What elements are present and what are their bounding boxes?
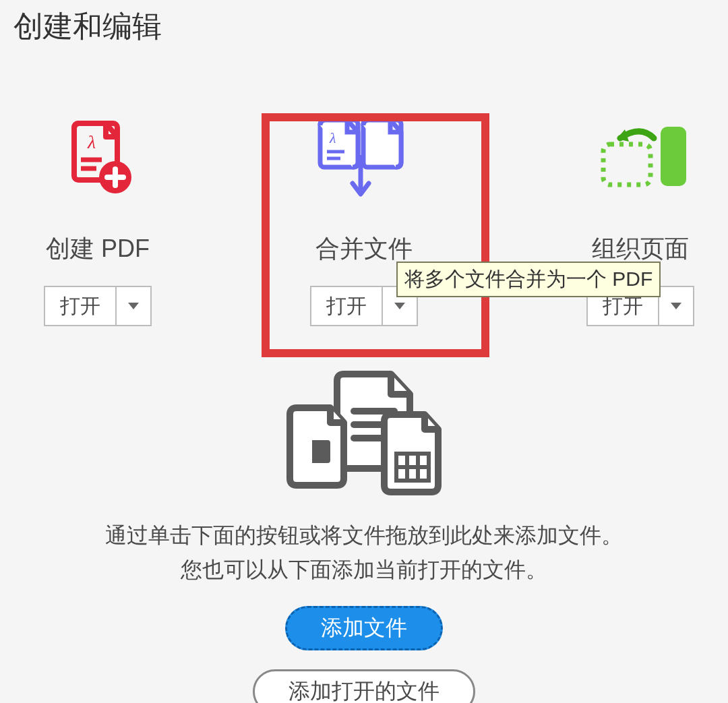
open-button-label: 打开 [45, 287, 117, 325]
combine-files-icon: λ [276, 118, 452, 199]
svg-rect-14 [603, 144, 650, 185]
combine-tooltip: 将多个文件合并为一个 PDF [396, 262, 661, 297]
chevron-down-icon [394, 303, 405, 309]
organize-pages-icon [553, 118, 728, 199]
open-button-dropdown[interactable] [659, 287, 693, 325]
tool-combine-label: 合并文件 [276, 233, 452, 266]
tool-row: λ 创建 PDF 打开 λ [0, 118, 728, 347]
svg-rect-13 [661, 127, 686, 186]
open-button-label: 打开 [311, 287, 383, 325]
tool-create-pdf[interactable]: λ 创建 PDF 打开 [10, 118, 185, 326]
open-button-dropdown[interactable] [117, 287, 150, 325]
svg-text:λ: λ [329, 129, 336, 146]
svg-text:λ: λ [87, 131, 96, 152]
section-title: 创建和编辑 [13, 7, 162, 47]
combine-dropzone[interactable]: 通过单击下面的按钮或将文件拖放到此处来添加文件。 您也可以从下面添加当前打开的文… [0, 361, 728, 703]
dropzone-text-line2: 您也可以从下面添加当前打开的文件。 [0, 553, 728, 587]
tool-create-open-button[interactable]: 打开 [44, 286, 152, 326]
create-pdf-icon: λ [10, 118, 185, 199]
chevron-down-icon [128, 303, 139, 309]
tool-create-label: 创建 PDF [10, 233, 185, 266]
add-open-files-button[interactable]: 添加打开的文件 [253, 669, 475, 703]
tool-organize-label: 组织页面 [553, 233, 728, 266]
chevron-down-icon [671, 303, 681, 309]
svg-rect-19 [300, 440, 312, 463]
add-files-icon [276, 361, 452, 498]
add-files-button[interactable]: 添加文件 [285, 606, 443, 650]
dropzone-text-line1: 通过单击下面的按钮或将文件拖放到此处来添加文件。 [0, 518, 728, 553]
